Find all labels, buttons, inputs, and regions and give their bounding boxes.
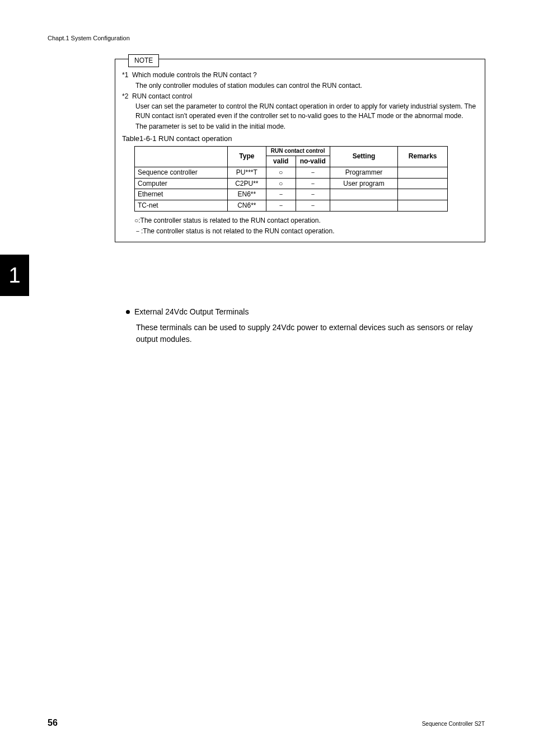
note-label: NOTE	[128, 54, 159, 67]
cell-novalid: －	[296, 167, 330, 178]
cell-type: C2PU**	[228, 178, 266, 189]
cell-remarks	[398, 189, 448, 200]
run-contact-table: Type RUN contact control Setting Remarks…	[134, 146, 448, 212]
cell-setting	[330, 200, 398, 212]
cell-novalid: －	[296, 200, 330, 212]
cell-remarks	[398, 167, 448, 178]
legend-2: －:The controller status is not related t…	[134, 227, 478, 236]
th-novalid: no-valid	[296, 156, 330, 167]
page-number: 56	[48, 718, 58, 728]
th-valid: valid	[266, 156, 296, 167]
cell-setting	[330, 189, 398, 200]
cell-remarks	[398, 178, 448, 189]
note-item-2-body2: The parameter is set to be valid in the …	[135, 122, 478, 132]
chapter-header: Chapt.1 System Configuration	[48, 35, 130, 41]
table-row: Computer C2PU** ○ － User program	[135, 178, 448, 189]
table-header-row-1: Type RUN contact control Setting Remarks	[135, 146, 448, 156]
section-title-text: External 24Vdc Output Terminals	[134, 307, 249, 316]
cell-valid: －	[266, 189, 296, 200]
cell-setting: Programmer	[330, 167, 398, 178]
table-caption: Table1-6-1 RUN contact operation	[122, 134, 478, 144]
cell-valid: ○	[266, 178, 296, 189]
cell-remarks	[398, 200, 448, 212]
note-item-2-prefix: *2	[122, 92, 128, 100]
table-row: Ethernet EN6** － －	[135, 189, 448, 200]
cell-type: CN6**	[228, 200, 266, 212]
th-setting: Setting	[330, 146, 398, 167]
footer-right: Sequence Controller S2T	[422, 721, 485, 727]
cell-setting: User program	[330, 178, 398, 189]
cell-name: Computer	[135, 178, 228, 189]
th-runcc: RUN contact control	[266, 146, 330, 156]
note-item-1-title: *1 Which module controls the RUN contact…	[135, 71, 478, 80]
section-body: These terminals can be used to supply 24…	[136, 322, 484, 345]
legend-1: ○:The controller status is related to th…	[134, 216, 478, 226]
cell-type: EN6**	[228, 189, 266, 200]
note-box: NOTE *1 Which module controls the RUN co…	[115, 59, 485, 242]
note-item-2-text: RUN contact control	[132, 92, 192, 100]
note-item-2-title: *2 RUN contact control	[135, 92, 478, 101]
table-row: TC-net CN6** － －	[135, 200, 448, 212]
cell-novalid: －	[296, 178, 330, 189]
section-title: External 24Vdc Output Terminals	[126, 307, 484, 316]
cell-novalid: －	[296, 189, 330, 200]
bullet-icon	[126, 310, 130, 314]
cell-name: TC-net	[135, 200, 228, 212]
chapter-tab: 1	[0, 255, 29, 296]
note-item-1-prefix: *1	[122, 71, 128, 79]
cell-type: PU***T	[228, 167, 266, 178]
cell-name: Sequence controller	[135, 167, 228, 178]
th-remarks: Remarks	[398, 146, 448, 167]
note-item-1-text: Which module controls the RUN contact ?	[132, 71, 257, 79]
cell-name: Ethernet	[135, 189, 228, 200]
th-blank	[135, 146, 228, 167]
section-external-24vdc: External 24Vdc Output Terminals These te…	[126, 307, 484, 345]
table-row: Sequence controller PU***T ○ － Programme…	[135, 167, 448, 178]
note-item-2-body1: User can set the parameter to control th…	[135, 102, 478, 121]
note-item-1-body: The only controller modules of station m…	[135, 81, 478, 91]
th-type: Type	[228, 146, 266, 167]
cell-valid: －	[266, 200, 296, 212]
cell-valid: ○	[266, 167, 296, 178]
